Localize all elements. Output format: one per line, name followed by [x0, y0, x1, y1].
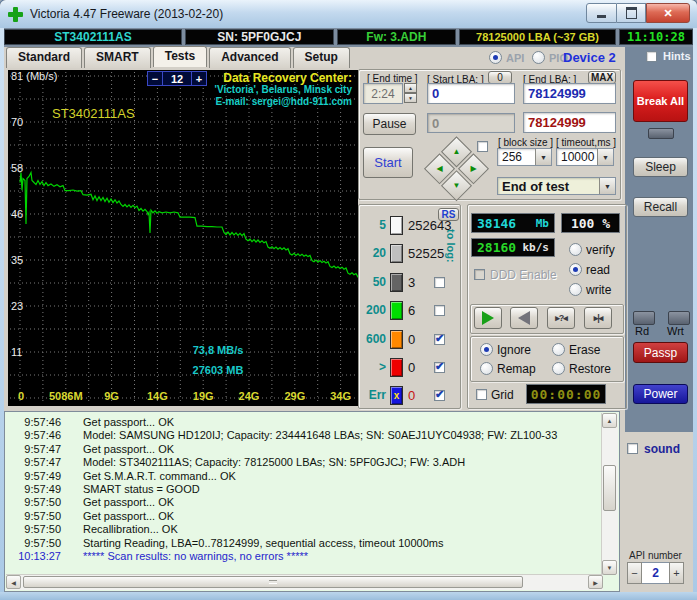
end-of-test-select[interactable]: End of test▼ [497, 177, 616, 195]
log-timestamp: 9:57:49 [9, 483, 61, 496]
ignore-radio[interactable] [480, 343, 493, 356]
break-all-button[interactable]: Break All [633, 80, 688, 122]
minimize-button[interactable] [586, 3, 617, 23]
power-button[interactable]: Power [633, 384, 688, 404]
api-plus-button[interactable]: + [669, 562, 684, 584]
graph-scale-spinner: − 12 + [147, 71, 207, 86]
tab-tests[interactable]: Tests [153, 46, 207, 67]
maximize-button[interactable] [617, 3, 646, 23]
log-timestamp: 10:13:27 [9, 550, 61, 563]
vertical-scroll-thumb[interactable] [603, 465, 616, 511]
close-button[interactable]: ✕ [646, 3, 690, 23]
passport-button[interactable]: Passp [633, 342, 688, 363]
block-size-label: [ block size ] [498, 137, 553, 148]
counter-label: > [364, 360, 386, 374]
speed-unit: kb/s [523, 241, 550, 254]
end-lba-repeat-field[interactable]: 78124999 [523, 112, 616, 133]
play-forward-button[interactable] [474, 307, 502, 329]
hints-checkbox[interactable] [646, 51, 657, 62]
timeout-select[interactable]: 10000▼ [556, 148, 614, 166]
scroll-down-icon[interactable]: ▼ [602, 560, 617, 575]
log-message: Get passport... OK [83, 416, 174, 429]
play-back-button[interactable] [510, 307, 538, 329]
log-message: Get passport... OK [83, 496, 174, 509]
tab-smart[interactable]: SMART [84, 47, 151, 68]
end-lba-input[interactable]: 78124999 [523, 83, 616, 104]
chevron-down-icon[interactable]: ▼ [535, 149, 551, 165]
counter-log-checkbox[interactable] [434, 277, 445, 288]
log-message: Starting Reading, LBA=0..78124999, seque… [83, 537, 444, 550]
scroll-left-icon[interactable]: ◀ [6, 575, 21, 589]
counter-label: 20 [364, 246, 386, 260]
x-axis-tick: 5086M [49, 390, 83, 402]
sound-checkbox[interactable] [627, 443, 638, 454]
chevron-down-icon[interactable]: ▼ [599, 178, 615, 194]
window-border-left [0, 28, 4, 600]
counter-label: Err [364, 388, 386, 402]
tab-setup[interactable]: Setup [293, 47, 350, 68]
clock: 11:10:28 [619, 29, 693, 45]
grid-checkbox[interactable] [476, 389, 487, 400]
speed-line [20, 173, 358, 279]
log-row: 9:57:50Starting Reading, LBA=0..78124999… [9, 537, 444, 550]
seek-question-button[interactable]: ▸?◂ [547, 307, 575, 329]
counter-value: 0 [408, 360, 415, 375]
log-row: 9:57:50Recallibration... OK [9, 523, 178, 536]
horizontal-scroll-thumb[interactable] [23, 576, 523, 588]
percent-display: 100 % [561, 213, 620, 233]
start-lba-input[interactable]: 0 [427, 83, 515, 104]
scale-plus-button[interactable]: + [191, 71, 207, 86]
erase-radio[interactable] [552, 343, 565, 356]
speed-value: 28160 [477, 240, 516, 255]
y-axis-tick: 46 [11, 208, 23, 220]
erase-label: Erase [569, 343, 600, 357]
graph-drive-label: ST3402111AS [52, 106, 135, 121]
counter-color-box [390, 330, 403, 349]
counter-value: 252643 [408, 218, 451, 233]
tab-standard[interactable]: Standard [6, 47, 82, 68]
pause-button[interactable]: Pause [363, 113, 416, 135]
sleep-button[interactable]: Sleep [633, 157, 688, 177]
titlebar: Victoria 4.47 Freeware (2013-02-20) ✕ [0, 0, 697, 29]
log-panel: 9:57:46Get passport... OK9:57:46Model: S… [4, 411, 620, 592]
counter-color-box [390, 216, 403, 235]
tab-advanced[interactable]: Advanced [209, 47, 290, 68]
read-led-label: Rd [635, 325, 649, 337]
end-of-test-value: End of test [502, 179, 569, 194]
log-row: 9:57:50Get passport... OK [9, 510, 174, 523]
x-axis-tick: 29G [284, 390, 305, 402]
end-time-spinner[interactable]: 2:24 ▲ ▼ [363, 83, 417, 104]
block-size-select[interactable]: 256▼ [497, 148, 552, 166]
scale-minus-button[interactable]: − [147, 71, 163, 86]
counter-value: 3 [408, 275, 415, 290]
recall-button[interactable]: Recall [633, 197, 688, 217]
y-axis-tick: 58 [11, 162, 23, 174]
write-radio[interactable] [569, 283, 582, 296]
counter-label: 200 [364, 303, 386, 317]
counter-log-checkbox[interactable] [434, 305, 445, 316]
scale-value: 12 [163, 71, 191, 86]
counter-log-checkbox[interactable] [434, 390, 445, 401]
restore-radio[interactable] [552, 362, 565, 375]
end-time-up-icon[interactable]: ▲ [404, 83, 417, 93]
ddd-enable-label: DDD Enable [490, 268, 557, 282]
start-button[interactable]: Start [363, 147, 413, 178]
counter-log-checkbox[interactable] [434, 362, 445, 373]
counter-log-checkbox[interactable] [434, 334, 445, 345]
read-radio[interactable] [569, 263, 582, 276]
footer-panel: sound API number − 2 + [622, 432, 693, 592]
scroll-right-icon[interactable]: ▶ [588, 575, 603, 589]
x-axis-tick: 14G [147, 390, 168, 402]
log-row: 9:57:47Get passport... OK [9, 443, 174, 456]
verify-radio[interactable] [569, 243, 582, 256]
api-number-value[interactable]: 2 [642, 562, 669, 584]
scroll-up-icon[interactable]: ▲ [602, 413, 617, 428]
api-minus-button[interactable]: − [627, 562, 642, 584]
log-vertical-scrollbar: ▲ ▼ [601, 413, 618, 575]
maximize-icon [626, 7, 637, 19]
seek-edge-button[interactable]: ▸|◂ [584, 307, 612, 329]
chevron-down-icon[interactable]: ▼ [597, 149, 613, 165]
end-time-down-icon[interactable]: ▼ [404, 93, 417, 103]
remap-radio[interactable] [480, 362, 493, 375]
banner-location: 'Victoria', Belarus, Minsk city [215, 84, 352, 95]
